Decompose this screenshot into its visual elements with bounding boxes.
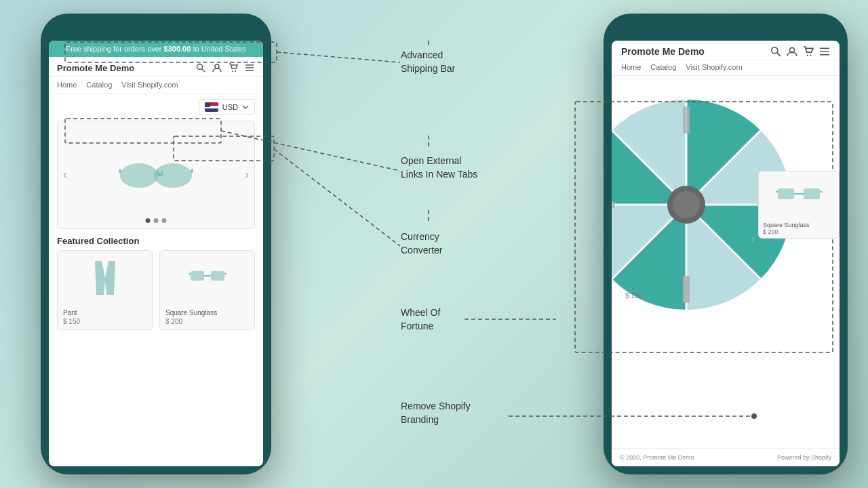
right-phone: Promote Me Demo Home Catalog Visit Sh — [604, 14, 848, 474]
nav-home[interactable]: Home — [57, 81, 77, 89]
annotation-remove-shopify-branding: Remove ShopifyBranding — [401, 400, 471, 426]
dot-1 — [146, 218, 151, 223]
right-phone-screen: Promote Me Demo Home Catalog Visit Sh — [612, 41, 840, 466]
svg-rect-40 — [612, 201, 615, 208]
r-carousel-arrow[interactable]: › — [751, 232, 755, 246]
slider-prev[interactable]: ‹ — [63, 169, 66, 181]
left-phone: Free shipping for orders over $300.00 to… — [41, 14, 271, 474]
svg-rect-43 — [778, 188, 794, 199]
pant-image — [58, 251, 152, 305]
us-flag — [205, 102, 218, 112]
right-store-icons — [770, 46, 830, 57]
r-nav-catalog[interactable]: Catalog — [650, 63, 676, 71]
left-store-logo: Promote Me Demo — [57, 63, 134, 73]
sunglass-info: Square Sunglass $ 200 — [160, 305, 254, 329]
sunglass-name: Square Sunglass — [165, 309, 249, 317]
currency-selector[interactable]: USD — [199, 99, 255, 115]
r-menu-icon — [819, 46, 830, 57]
featured-title: Featured Collection — [49, 229, 263, 250]
product-card-sunglass: Square Sunglass $ 200 — [159, 250, 255, 330]
svg-line-21 — [777, 53, 781, 56]
svg-point-23 — [807, 55, 808, 56]
product-grid: Pant $ 150 Square Sunglass — [49, 250, 263, 330]
nav-shopify[interactable]: Visit Shopify.com — [121, 81, 178, 89]
svg-point-4 — [235, 70, 236, 72]
right-product-thumb: Square Sunglass $ 200 — [758, 171, 840, 239]
sunglass-image-small — [160, 251, 254, 305]
r-search-icon — [770, 46, 781, 57]
sunglasses-image — [115, 150, 197, 200]
svg-point-0 — [197, 64, 203, 70]
svg-point-42 — [673, 191, 700, 218]
phone-notch-left — [136, 23, 176, 31]
right-store-header: Promote Me Demo — [612, 41, 840, 60]
left-store-icons — [195, 62, 255, 73]
right-store-footer: © 2020, Promote Me Demo Powered by Shopi… — [612, 448, 840, 466]
menu-icon — [244, 62, 255, 73]
thumb-sunglass-image — [759, 171, 839, 219]
thumb-name: Square Sunglass — [763, 222, 835, 228]
r-nav-home[interactable]: Home — [621, 63, 641, 71]
svg-rect-16 — [211, 271, 224, 281]
left-store-nav: Home Catalog Visit Shopify.com — [49, 77, 263, 94]
wheel-container: $ 150 Square Sunglass $ 200 — [612, 76, 840, 333]
left-store-header: Promote Me Demo — [49, 57, 263, 77]
svg-rect-39 — [683, 276, 690, 303]
phone-notch-right — [705, 23, 746, 31]
right-store-logo: Promote Me Demo — [621, 46, 705, 57]
shipping-bar: Free shipping for orders over $300.00 to… — [49, 41, 263, 57]
thumb-info: Square Sunglass $ 200 — [759, 219, 839, 238]
chevron-down-icon — [242, 105, 249, 109]
slider-next[interactable]: › — [245, 169, 249, 181]
pant-info: Pant $ 150 — [58, 305, 152, 329]
annotation-advanced-shipping-bar: AdvancedShipping Bar — [401, 49, 455, 75]
dot-3 — [162, 218, 167, 223]
pant-price: $ 150 — [63, 318, 146, 325]
dot-2 — [154, 218, 159, 223]
svg-rect-10 — [157, 173, 163, 176]
svg-rect-15 — [191, 271, 204, 281]
annotation-wheel-of-fortune: Wheel OfFortune — [401, 306, 440, 333]
search-icon — [195, 62, 206, 73]
cart-icon — [228, 62, 239, 73]
svg-point-8 — [120, 163, 158, 188]
r-user-icon — [787, 46, 797, 57]
annotation-currency-converter: CurrencyConverter — [401, 230, 442, 257]
currency-code: USD — [222, 103, 238, 111]
slider-dots — [146, 218, 167, 223]
left-phone-screen: Free shipping for orders over $300.00 to… — [49, 41, 263, 466]
currency-row: USD — [49, 94, 263, 121]
svg-point-20 — [772, 47, 778, 54]
svg-line-55 — [274, 149, 400, 246]
annotation-open-external-links: Open ExternalLinks In New Tabs — [401, 155, 477, 181]
user-icon — [212, 62, 222, 73]
sunglass-price: $ 200 — [165, 318, 249, 325]
product-card-pant: Pant $ 150 — [57, 250, 153, 330]
svg-point-2 — [215, 64, 219, 68]
footer-copyright: © 2020, Promote Me Demo — [620, 454, 694, 461]
product-slider: ‹ › — [57, 121, 255, 229]
svg-point-22 — [790, 47, 795, 52]
thumb-price: $ 200 — [763, 228, 835, 235]
svg-rect-36 — [683, 106, 690, 134]
nav-catalog[interactable]: Catalog — [86, 81, 112, 89]
wheel-price: $ 150 — [625, 292, 642, 300]
right-store-nav: Home Catalog Visit Shopify.com — [612, 60, 840, 76]
pant-name: Pant — [63, 309, 146, 317]
svg-line-49 — [277, 52, 400, 62]
svg-point-24 — [810, 55, 811, 56]
svg-rect-44 — [804, 188, 820, 199]
r-cart-icon — [803, 46, 814, 57]
svg-line-1 — [202, 69, 205, 73]
svg-point-3 — [232, 70, 233, 72]
r-nav-shopify[interactable]: Visit Shopify.com — [686, 63, 742, 71]
footer-powered: Powered by Shopify — [777, 454, 831, 461]
